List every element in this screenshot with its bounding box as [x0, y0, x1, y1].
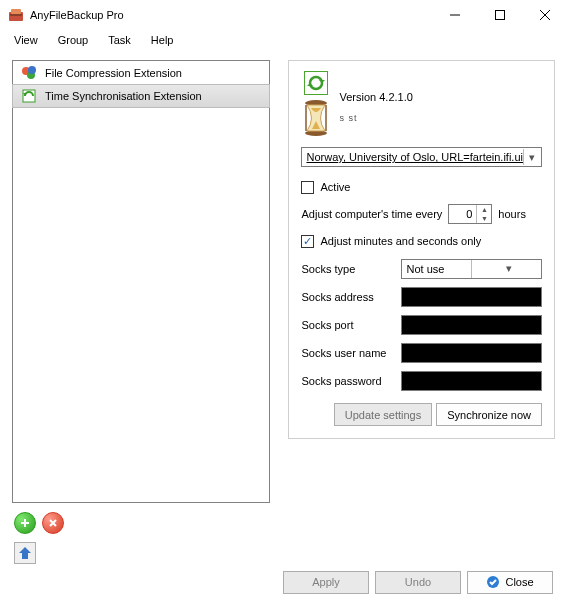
version-label: Version 4.2.1.0 [339, 91, 412, 103]
adjust-every-label: Adjust computer's time every [301, 208, 442, 220]
menu-task[interactable]: Task [100, 32, 139, 48]
socks-address-row: Socks address [301, 286, 542, 307]
socks-type-row: Socks type Not use ▾ [301, 258, 542, 279]
sync-icon [304, 71, 328, 95]
compress-icon [21, 65, 37, 81]
svg-rect-4 [495, 11, 504, 20]
socks-user-row: Socks user name [301, 342, 542, 363]
close-button[interactable] [522, 0, 567, 30]
panel-header: Version 4.2.1.0 s st [301, 71, 542, 137]
socks-user-input[interactable] [401, 343, 542, 363]
list-item-label: Time Synchronisation Extension [45, 90, 202, 102]
list-item[interactable]: File Compression Extension [13, 61, 269, 85]
app-icon [8, 7, 24, 23]
adjust-minutes-label: Adjust minutes and seconds only [320, 235, 481, 247]
svg-marker-17 [307, 83, 313, 86]
update-settings-button[interactable]: Update settings [334, 403, 432, 426]
footer-buttons: Apply Undo Close [0, 564, 567, 600]
check-icon [486, 575, 500, 589]
watermark-text: s st [339, 113, 412, 123]
undo-button[interactable]: Undo [375, 571, 461, 594]
header-text: Version 4.2.1.0 s st [339, 85, 412, 123]
socks-type-label: Socks type [301, 263, 401, 275]
main-area: File Compression Extension Time Synchron… [0, 50, 567, 540]
menu-view[interactable]: View [6, 32, 46, 48]
socks-pass-input[interactable] [401, 371, 542, 391]
delete-button[interactable] [42, 512, 64, 534]
close-footer-button[interactable]: Close [467, 571, 553, 594]
socks-port-label: Socks port [301, 319, 401, 331]
socks-port-input[interactable] [401, 315, 542, 335]
window-controls [432, 0, 567, 30]
list-toolbar [12, 512, 270, 534]
socks-address-input[interactable] [401, 287, 542, 307]
right-column: Version 4.2.1.0 s st Norway, University … [288, 60, 555, 534]
apply-button[interactable]: Apply [283, 571, 369, 594]
active-label: Active [320, 181, 350, 193]
spin-down-icon[interactable]: ▼ [477, 214, 491, 223]
adjust-every-input[interactable]: 0 ▲▼ [448, 204, 492, 224]
options-button[interactable] [14, 542, 36, 564]
svg-marker-22 [19, 547, 31, 559]
svg-point-9 [28, 66, 36, 74]
minimize-button[interactable] [432, 0, 477, 30]
adjust-minutes-row: Adjust minutes and seconds only [301, 231, 542, 251]
maximize-button[interactable] [477, 0, 522, 30]
svg-rect-2 [10, 14, 22, 16]
active-checkbox[interactable] [301, 181, 314, 194]
title-bar: AnyFileBackup Pro [0, 0, 567, 30]
active-row: Active [301, 177, 542, 197]
bottom-left-toolbar [0, 540, 567, 564]
socks-port-row: Socks port [301, 314, 542, 335]
settings-form: Active Adjust computer's time every 0 ▲▼… [301, 177, 542, 391]
details-panel: Version 4.2.1.0 s st Norway, University … [288, 60, 555, 439]
svg-marker-16 [319, 80, 325, 83]
server-selected-option: Norway, University of Oslo, URL=fartein.… [306, 151, 523, 163]
panel-buttons: Update settings Synchronize now [301, 403, 542, 426]
menu-help[interactable]: Help [143, 32, 182, 48]
adjust-minutes-checkbox[interactable] [301, 235, 314, 248]
list-item-label: File Compression Extension [45, 67, 182, 79]
left-column: File Compression Extension Time Synchron… [12, 60, 270, 534]
server-select[interactable]: Norway, University of Oslo, URL=fartein.… [301, 147, 542, 167]
adjust-every-row: Adjust computer's time every 0 ▲▼ hours [301, 204, 542, 224]
synchronize-now-button[interactable]: Synchronize now [436, 403, 542, 426]
time-sync-icon [21, 88, 37, 104]
svg-rect-1 [11, 9, 21, 14]
socks-address-label: Socks address [301, 291, 401, 303]
list-item[interactable]: Time Synchronisation Extension [12, 84, 270, 108]
header-icons [301, 71, 331, 137]
socks-pass-row: Socks password [301, 370, 542, 391]
socks-pass-label: Socks password [301, 375, 401, 387]
hourglass-icon [301, 99, 331, 137]
chevron-down-icon: ▾ [523, 149, 539, 165]
menu-bar: View Group Task Help [0, 30, 567, 50]
add-button[interactable] [14, 512, 36, 534]
window-title: AnyFileBackup Pro [30, 9, 432, 21]
chevron-down-icon: ▾ [471, 260, 541, 278]
adjust-every-value: 0 [449, 208, 476, 220]
socks-type-select[interactable]: Not use ▾ [401, 259, 542, 279]
adjust-every-unit: hours [498, 208, 526, 220]
socks-user-label: Socks user name [301, 347, 401, 359]
spin-up-icon[interactable]: ▲ [477, 205, 491, 214]
menu-group[interactable]: Group [50, 32, 97, 48]
socks-type-value: Not use [402, 263, 471, 275]
extension-list: File Compression Extension Time Synchron… [12, 60, 270, 503]
